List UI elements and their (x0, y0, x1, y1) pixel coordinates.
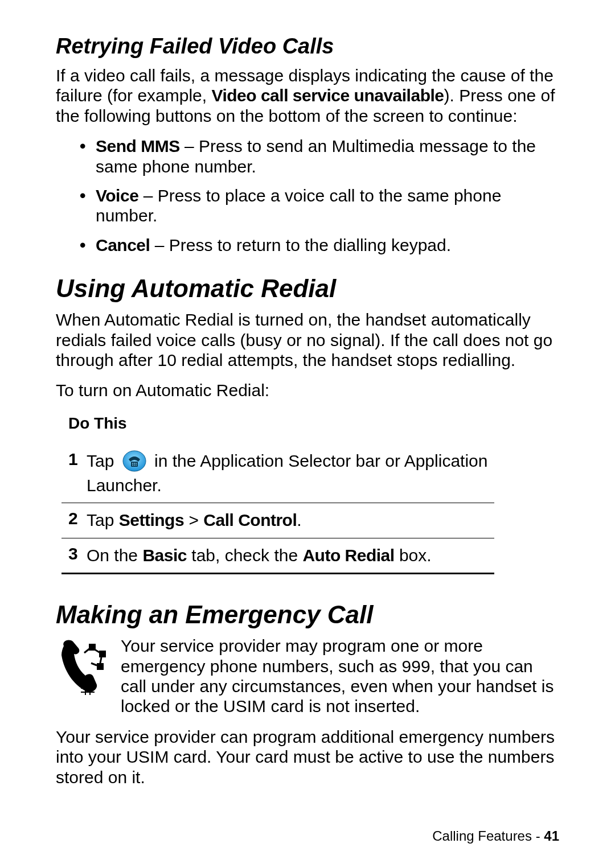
svg-line-19 (91, 663, 97, 665)
step-2-pre: Tap (87, 511, 119, 529)
retry-option-voice: Voice – Press to place a voice call to t… (96, 186, 559, 226)
retry-intro-error-name: Video call service unavailable (211, 86, 444, 105)
auto-redial-lead-in: To turn on Automatic Redial: (56, 380, 559, 400)
step-1-text: Tap (87, 450, 559, 497)
retry-option-label: Cancel (96, 236, 150, 254)
svg-rect-1 (131, 462, 138, 467)
step-2-mid: > (184, 511, 203, 529)
step-3-pre: On the (87, 546, 142, 565)
phone-app-icon (122, 449, 146, 473)
heading-making-emergency-call: Making an Emergency Call (56, 600, 559, 629)
retry-option-send-mms: Send MMS – Press to send an Multimedia m… (96, 136, 559, 176)
handset-network-icon (56, 636, 107, 698)
svg-point-0 (123, 451, 146, 471)
svg-point-6 (134, 464, 135, 466)
page-footer: Calling Features - 41 (432, 828, 559, 844)
heading-retrying-failed-video-calls: Retrying Failed Video Calls (56, 34, 559, 59)
auto-redial-description: When Automatic Redial is turned on, the … (56, 310, 559, 370)
step-2-call-control: Call Control (203, 511, 297, 529)
step-1-pre: Tap (87, 451, 119, 470)
svg-point-7 (136, 464, 137, 466)
manual-page: Retrying Failed Video Calls If a video c… (0, 0, 615, 868)
emergency-paragraph-2: Your service provider can program additi… (56, 727, 559, 787)
step-number: 2 (56, 509, 87, 528)
step-2-post: . (297, 511, 301, 529)
retry-option-cancel: Cancel – Press to return to the dialling… (96, 235, 559, 255)
steps-table: 1 Tap (56, 444, 559, 575)
svg-point-2 (132, 463, 133, 464)
svg-point-4 (136, 463, 137, 464)
step-3-auto-redial: Auto Redial (302, 546, 394, 565)
step-separator-end (62, 573, 494, 574)
step-row: 3 On the Basic tab, check the Auto Redia… (56, 538, 559, 573)
svg-point-5 (132, 464, 133, 466)
step-row: 1 Tap (56, 444, 559, 503)
svg-line-18 (100, 657, 101, 663)
step-3-post: box. (395, 546, 432, 565)
step-3-basic: Basic (142, 546, 187, 565)
step-3-mid: tab, check the (187, 546, 302, 565)
step-row: 2 Tap Settings > Call Control. (56, 503, 559, 538)
emergency-paragraph-1: Your service provider may program one or… (121, 636, 559, 717)
svg-point-3 (134, 463, 135, 464)
retry-option-label: Send MMS (96, 137, 180, 155)
emergency-block: Your service provider may program one or… (56, 636, 559, 717)
svg-rect-14 (99, 651, 106, 657)
step-1-post: in the Application Selector bar or Appli… (87, 451, 487, 495)
step-3-text: On the Basic tab, check the Auto Redial … (87, 544, 559, 567)
step-2-text: Tap Settings > Call Control. (87, 509, 559, 532)
svg-rect-15 (97, 663, 104, 670)
heading-using-automatic-redial: Using Automatic Redial (56, 274, 559, 303)
footer-section-label: Calling Features - (432, 828, 544, 844)
footer-page-number: 41 (544, 828, 559, 844)
do-this-header: Do This (68, 414, 559, 433)
retry-option-text: – Press to place a voice call to the sam… (96, 186, 501, 225)
step-2-settings: Settings (119, 511, 184, 529)
step-number: 1 (56, 450, 87, 469)
retry-option-label: Voice (96, 186, 138, 205)
retry-intro-paragraph: If a video call fails, a message display… (56, 65, 559, 126)
step-number: 3 (56, 544, 87, 563)
retry-option-text: – Press to return to the dialling keypad… (150, 236, 451, 254)
retry-options-list: Send MMS – Press to send an Multimedia m… (56, 136, 559, 255)
